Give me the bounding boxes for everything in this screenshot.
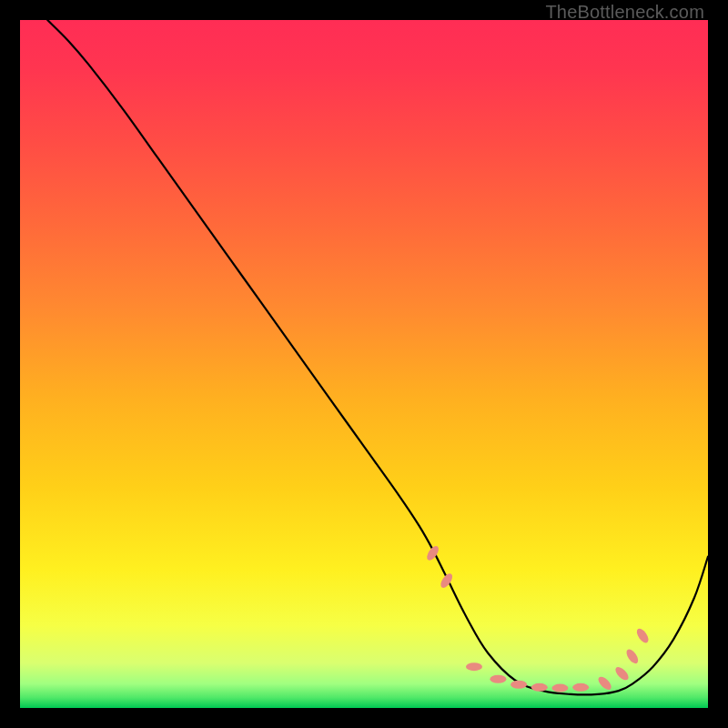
- marker-point: [624, 647, 641, 665]
- marker-point: [511, 681, 527, 689]
- marker-point: [490, 675, 506, 683]
- bottleneck-curve: [47, 20, 708, 694]
- marker-point: [613, 665, 631, 682]
- marker-point: [634, 627, 651, 645]
- marker-point: [572, 683, 589, 692]
- markers-group: [425, 544, 651, 693]
- marker-point: [596, 674, 613, 692]
- plot-area: [20, 20, 708, 708]
- watermark-text: TheBottleneck.com: [545, 2, 704, 23]
- bottleneck-curve-svg: [20, 20, 708, 708]
- marker-point: [531, 683, 548, 692]
- marker-point: [551, 684, 568, 693]
- marker-point: [466, 662, 482, 671]
- chart-stage: TheBottleneck.com: [0, 0, 728, 728]
